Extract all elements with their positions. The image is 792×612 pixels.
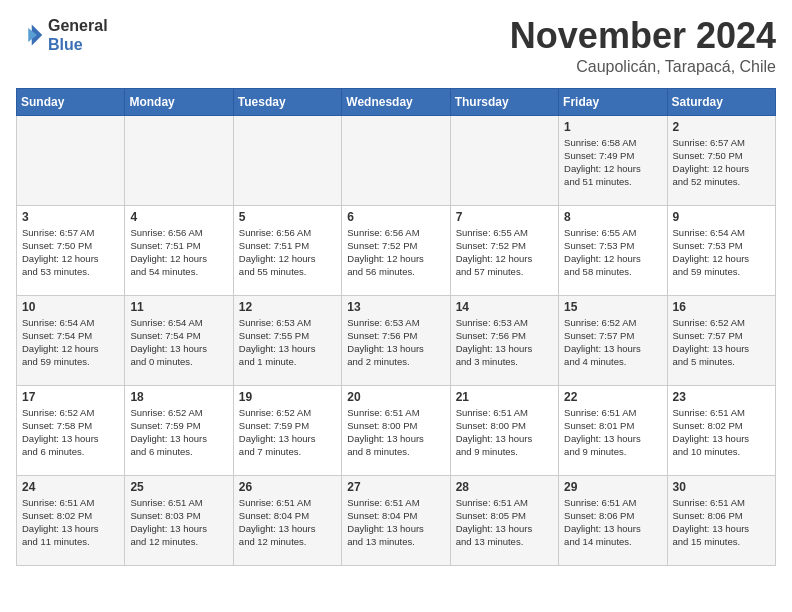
calendar-cell	[233, 115, 341, 205]
day-number: 30	[673, 480, 770, 494]
calendar-cell: 3Sunrise: 6:57 AM Sunset: 7:50 PM Daylig…	[17, 205, 125, 295]
calendar-cell: 1Sunrise: 6:58 AM Sunset: 7:49 PM Daylig…	[559, 115, 667, 205]
calendar-cell: 19Sunrise: 6:52 AM Sunset: 7:59 PM Dayli…	[233, 385, 341, 475]
day-info: Sunrise: 6:51 AM Sunset: 8:04 PM Dayligh…	[239, 496, 336, 549]
calendar-cell: 7Sunrise: 6:55 AM Sunset: 7:52 PM Daylig…	[450, 205, 558, 295]
calendar-cell	[450, 115, 558, 205]
calendar-cell: 25Sunrise: 6:51 AM Sunset: 8:03 PM Dayli…	[125, 475, 233, 565]
week-row-1: 1Sunrise: 6:58 AM Sunset: 7:49 PM Daylig…	[17, 115, 776, 205]
page-header: General Blue November 2024 Caupolicán, T…	[16, 16, 776, 76]
header-saturday: Saturday	[667, 88, 775, 115]
header-thursday: Thursday	[450, 88, 558, 115]
week-row-2: 3Sunrise: 6:57 AM Sunset: 7:50 PM Daylig…	[17, 205, 776, 295]
calendar-cell: 11Sunrise: 6:54 AM Sunset: 7:54 PM Dayli…	[125, 295, 233, 385]
day-info: Sunrise: 6:51 AM Sunset: 8:00 PM Dayligh…	[456, 406, 553, 459]
day-number: 13	[347, 300, 444, 314]
calendar-cell: 26Sunrise: 6:51 AM Sunset: 8:04 PM Dayli…	[233, 475, 341, 565]
day-info: Sunrise: 6:51 AM Sunset: 8:02 PM Dayligh…	[673, 406, 770, 459]
header-wednesday: Wednesday	[342, 88, 450, 115]
day-number: 4	[130, 210, 227, 224]
day-number: 24	[22, 480, 119, 494]
calendar-cell	[125, 115, 233, 205]
day-info: Sunrise: 6:54 AM Sunset: 7:53 PM Dayligh…	[673, 226, 770, 279]
day-number: 20	[347, 390, 444, 404]
day-number: 9	[673, 210, 770, 224]
week-row-5: 24Sunrise: 6:51 AM Sunset: 8:02 PM Dayli…	[17, 475, 776, 565]
day-number: 19	[239, 390, 336, 404]
day-number: 27	[347, 480, 444, 494]
header-tuesday: Tuesday	[233, 88, 341, 115]
day-number: 10	[22, 300, 119, 314]
day-number: 7	[456, 210, 553, 224]
calendar-cell: 30Sunrise: 6:51 AM Sunset: 8:06 PM Dayli…	[667, 475, 775, 565]
day-info: Sunrise: 6:55 AM Sunset: 7:52 PM Dayligh…	[456, 226, 553, 279]
calendar-cell	[342, 115, 450, 205]
day-info: Sunrise: 6:52 AM Sunset: 7:58 PM Dayligh…	[22, 406, 119, 459]
day-info: Sunrise: 6:57 AM Sunset: 7:50 PM Dayligh…	[673, 136, 770, 189]
logo: General Blue	[16, 16, 108, 54]
day-number: 12	[239, 300, 336, 314]
day-info: Sunrise: 6:51 AM Sunset: 8:06 PM Dayligh…	[673, 496, 770, 549]
week-row-3: 10Sunrise: 6:54 AM Sunset: 7:54 PM Dayli…	[17, 295, 776, 385]
day-number: 16	[673, 300, 770, 314]
day-info: Sunrise: 6:51 AM Sunset: 8:00 PM Dayligh…	[347, 406, 444, 459]
calendar-cell: 2Sunrise: 6:57 AM Sunset: 7:50 PM Daylig…	[667, 115, 775, 205]
day-number: 11	[130, 300, 227, 314]
day-info: Sunrise: 6:53 AM Sunset: 7:56 PM Dayligh…	[347, 316, 444, 369]
calendar-cell: 9Sunrise: 6:54 AM Sunset: 7:53 PM Daylig…	[667, 205, 775, 295]
day-number: 22	[564, 390, 661, 404]
day-info: Sunrise: 6:51 AM Sunset: 8:02 PM Dayligh…	[22, 496, 119, 549]
day-number: 14	[456, 300, 553, 314]
day-number: 17	[22, 390, 119, 404]
day-info: Sunrise: 6:52 AM Sunset: 7:57 PM Dayligh…	[673, 316, 770, 369]
calendar-cell: 14Sunrise: 6:53 AM Sunset: 7:56 PM Dayli…	[450, 295, 558, 385]
day-number: 1	[564, 120, 661, 134]
day-number: 3	[22, 210, 119, 224]
day-info: Sunrise: 6:54 AM Sunset: 7:54 PM Dayligh…	[22, 316, 119, 369]
calendar-cell: 15Sunrise: 6:52 AM Sunset: 7:57 PM Dayli…	[559, 295, 667, 385]
location-title: Caupolicán, Tarapacá, Chile	[510, 58, 776, 76]
day-info: Sunrise: 6:51 AM Sunset: 8:03 PM Dayligh…	[130, 496, 227, 549]
day-number: 5	[239, 210, 336, 224]
calendar-cell: 16Sunrise: 6:52 AM Sunset: 7:57 PM Dayli…	[667, 295, 775, 385]
day-info: Sunrise: 6:54 AM Sunset: 7:54 PM Dayligh…	[130, 316, 227, 369]
day-number: 2	[673, 120, 770, 134]
calendar-cell: 23Sunrise: 6:51 AM Sunset: 8:02 PM Dayli…	[667, 385, 775, 475]
day-info: Sunrise: 6:51 AM Sunset: 8:05 PM Dayligh…	[456, 496, 553, 549]
day-info: Sunrise: 6:56 AM Sunset: 7:51 PM Dayligh…	[239, 226, 336, 279]
day-number: 23	[673, 390, 770, 404]
logo-icon	[16, 21, 44, 49]
calendar-cell: 20Sunrise: 6:51 AM Sunset: 8:00 PM Dayli…	[342, 385, 450, 475]
day-number: 6	[347, 210, 444, 224]
day-info: Sunrise: 6:52 AM Sunset: 7:59 PM Dayligh…	[239, 406, 336, 459]
day-number: 18	[130, 390, 227, 404]
day-number: 15	[564, 300, 661, 314]
calendar-cell: 24Sunrise: 6:51 AM Sunset: 8:02 PM Dayli…	[17, 475, 125, 565]
calendar-cell: 6Sunrise: 6:56 AM Sunset: 7:52 PM Daylig…	[342, 205, 450, 295]
calendar-cell: 4Sunrise: 6:56 AM Sunset: 7:51 PM Daylig…	[125, 205, 233, 295]
calendar-cell	[17, 115, 125, 205]
calendar-cell: 8Sunrise: 6:55 AM Sunset: 7:53 PM Daylig…	[559, 205, 667, 295]
day-info: Sunrise: 6:56 AM Sunset: 7:51 PM Dayligh…	[130, 226, 227, 279]
calendar-cell: 18Sunrise: 6:52 AM Sunset: 7:59 PM Dayli…	[125, 385, 233, 475]
day-number: 21	[456, 390, 553, 404]
logo-text: General Blue	[48, 16, 108, 54]
day-info: Sunrise: 6:53 AM Sunset: 7:56 PM Dayligh…	[456, 316, 553, 369]
day-info: Sunrise: 6:58 AM Sunset: 7:49 PM Dayligh…	[564, 136, 661, 189]
calendar-table: SundayMondayTuesdayWednesdayThursdayFrid…	[16, 88, 776, 566]
calendar-cell: 13Sunrise: 6:53 AM Sunset: 7:56 PM Dayli…	[342, 295, 450, 385]
day-number: 29	[564, 480, 661, 494]
day-info: Sunrise: 6:56 AM Sunset: 7:52 PM Dayligh…	[347, 226, 444, 279]
title-block: November 2024 Caupolicán, Tarapacá, Chil…	[510, 16, 776, 76]
day-number: 8	[564, 210, 661, 224]
calendar-cell: 22Sunrise: 6:51 AM Sunset: 8:01 PM Dayli…	[559, 385, 667, 475]
calendar-cell: 29Sunrise: 6:51 AM Sunset: 8:06 PM Dayli…	[559, 475, 667, 565]
calendar-cell: 21Sunrise: 6:51 AM Sunset: 8:00 PM Dayli…	[450, 385, 558, 475]
calendar-cell: 10Sunrise: 6:54 AM Sunset: 7:54 PM Dayli…	[17, 295, 125, 385]
day-number: 28	[456, 480, 553, 494]
header-sunday: Sunday	[17, 88, 125, 115]
day-info: Sunrise: 6:55 AM Sunset: 7:53 PM Dayligh…	[564, 226, 661, 279]
month-title: November 2024	[510, 16, 776, 56]
day-info: Sunrise: 6:51 AM Sunset: 8:06 PM Dayligh…	[564, 496, 661, 549]
calendar-header-row: SundayMondayTuesdayWednesdayThursdayFrid…	[17, 88, 776, 115]
